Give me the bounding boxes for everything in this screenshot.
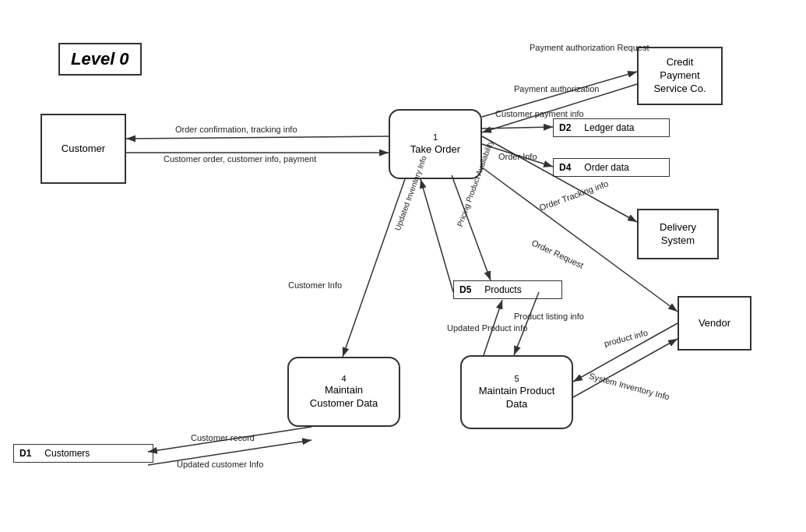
take-order-box: 1 Take Order bbox=[389, 109, 482, 179]
label-payment-auth-req: Payment authorization Request bbox=[530, 43, 649, 52]
label-customer-payment-info: Customer payment info bbox=[495, 109, 584, 118]
diagram-canvas: Level 0 Customer 1 Take Order CreditPaym… bbox=[0, 0, 806, 532]
d5-products: D5 Products bbox=[453, 280, 562, 299]
svg-line-12 bbox=[343, 179, 405, 357]
svg-line-8 bbox=[482, 136, 637, 222]
svg-line-18 bbox=[148, 440, 311, 465]
svg-line-2 bbox=[482, 72, 637, 117]
svg-line-13 bbox=[514, 292, 539, 355]
svg-line-5 bbox=[482, 144, 553, 167]
svg-line-17 bbox=[148, 427, 311, 452]
svg-line-16 bbox=[573, 339, 678, 397]
maintain-product-box: 5 Maintain ProductData bbox=[460, 355, 573, 429]
maintain-customer-box: 4 MaintainCustomer Data bbox=[287, 357, 400, 427]
svg-line-14 bbox=[484, 300, 502, 355]
customer-box: Customer bbox=[40, 114, 126, 184]
vendor-box: Vendor bbox=[678, 296, 751, 351]
credit-payment-box: CreditPaymentService Co. bbox=[637, 47, 723, 105]
svg-line-11 bbox=[421, 179, 453, 292]
svg-line-4 bbox=[482, 127, 553, 129]
level-label: Level 0 bbox=[58, 43, 142, 76]
label-product-info: product info bbox=[603, 328, 649, 348]
label-order-tracking: Order Tracking info bbox=[538, 178, 610, 212]
label-customer-record: Customer record bbox=[191, 433, 255, 442]
svg-line-9 bbox=[452, 175, 491, 280]
label-order-info: Order Info bbox=[498, 152, 537, 161]
label-order-request: Order Request bbox=[530, 238, 585, 270]
d2-ledger: D2 Ledger data bbox=[553, 118, 670, 137]
label-payment-auth: Payment authorization bbox=[514, 84, 599, 93]
d1-customers: D1 Customers bbox=[13, 444, 153, 463]
label-updated-product: Updated Product info bbox=[447, 323, 527, 333]
label-updated-customer: Updated customer Info bbox=[177, 460, 263, 469]
label-customer-order: Customer order, customer info, payment bbox=[164, 154, 316, 164]
svg-line-6 bbox=[126, 136, 389, 139]
label-order-confirmation: Order confirmation, tracking info bbox=[175, 125, 297, 134]
svg-line-15 bbox=[573, 323, 678, 382]
label-customer-info: Customer Info bbox=[288, 280, 342, 290]
label-system-inventory: System Inventory Info bbox=[588, 371, 670, 401]
label-product-listing: Product listing info bbox=[514, 312, 584, 321]
delivery-system-box: DeliverySystem bbox=[637, 209, 719, 259]
d4-order: D4 Order data bbox=[553, 158, 670, 177]
